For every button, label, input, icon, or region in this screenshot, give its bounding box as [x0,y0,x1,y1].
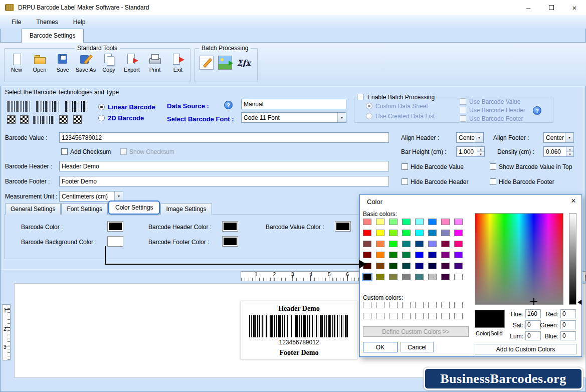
basic-color-swatch[interactable] [376,263,384,269]
basic-color-swatch[interactable] [441,219,450,225]
basic-color-swatch[interactable] [402,274,411,280]
enable-batch-processing-checkbox[interactable] [357,94,363,100]
basic-color-swatch[interactable] [428,274,437,280]
hide-barcode-header-checkbox[interactable] [402,178,408,185]
cancel-button[interactable]: Cancel [401,342,434,352]
basic-color-swatch[interactable] [454,252,463,258]
add-checksum-checkbox[interactable] [61,148,68,155]
define-custom-colors-button[interactable]: Define Custom Colors >> [363,326,469,337]
barcode-color-swatch[interactable] [108,222,123,231]
custom-color-swatch[interactable] [402,302,411,308]
density-spinner[interactable]: 0.060 ▲▼ [543,146,574,157]
basic-color-swatch[interactable] [415,219,424,225]
custom-color-swatch[interactable] [415,302,424,308]
basic-color-swatch[interactable] [363,241,371,247]
basic-color-swatch[interactable] [428,219,437,225]
align-footer-select[interactable]: Center ▼ [543,132,574,143]
custom-color-swatch[interactable] [454,302,463,308]
custom-color-swatch[interactable] [402,313,411,319]
basic-color-swatch[interactable] [402,241,411,247]
custom-color-swatch[interactable] [363,313,371,319]
basic-color-swatch[interactable] [441,241,450,247]
basic-color-swatch[interactable] [389,274,398,280]
barcode-value-color-swatch[interactable] [335,222,350,231]
close-button[interactable]: × [563,0,586,15]
basic-color-swatch[interactable] [428,263,437,269]
basic-color-swatch[interactable] [363,219,371,225]
green-field[interactable]: 0 [560,320,576,329]
measurement-unit-select[interactable]: Centimeters (cm) ▼ [59,191,123,202]
barcode-font-select[interactable]: Code 11 Font ▼ [241,112,346,123]
toolbar-export-button[interactable]: Export [120,53,143,73]
basic-color-swatch[interactable] [389,230,398,236]
barcode-value-input[interactable]: 123456789012 [59,132,389,143]
minimize-button[interactable]: – [517,0,540,15]
custom-data-sheet-radio[interactable] [366,103,372,109]
batch-fx-icon[interactable]: Σƒx [237,56,251,70]
basic-color-swatch[interactable] [454,263,463,269]
custom-color-swatch[interactable] [389,313,398,319]
basic-color-swatch[interactable] [415,252,424,258]
toolbar-open-button[interactable]: Open [28,53,51,73]
use-barcode-footer-checkbox[interactable] [460,115,466,122]
barcode-background-color-swatch[interactable] [108,237,123,246]
align-header-select[interactable]: Center ▼ [456,132,484,143]
basic-color-swatch[interactable] [441,230,450,236]
custom-color-swatch[interactable] [441,313,450,319]
basic-color-swatch[interactable] [363,274,371,280]
luminance-slider[interactable] [569,213,576,305]
menu-help[interactable]: Help [66,16,93,28]
2d-barcode-radio[interactable] [98,115,105,121]
basic-color-swatch[interactable] [454,219,463,225]
basic-color-swatch[interactable] [415,230,424,236]
data-source-input[interactable]: Manual [241,99,346,109]
batch-image-icon[interactable] [218,56,232,70]
toolbar-exit-button[interactable]: Exit [166,53,189,73]
tab-barcode-settings[interactable]: Barcode Settings [21,29,84,43]
spin-up-icon[interactable]: ▲ [566,147,573,152]
basic-color-swatch[interactable] [454,230,463,236]
basic-color-swatch[interactable] [428,241,437,247]
barcode-label-preview[interactable]: Header Demo 123456789012 Footer Demo [241,301,357,360]
tab-color-settings[interactable]: Color Settings [108,201,160,215]
use-barcode-header-checkbox[interactable] [460,107,466,113]
help-icon[interactable] [224,101,233,109]
close-icon[interactable]: × [568,197,579,206]
batch-edit-icon[interactable] [200,56,214,70]
red-field[interactable]: 0 [560,309,576,318]
basic-color-swatch[interactable] [454,241,463,247]
use-barcode-value-checkbox[interactable] [460,98,466,105]
basic-color-swatch[interactable] [376,252,384,258]
custom-color-swatch[interactable] [415,313,424,319]
basic-color-swatch[interactable] [389,263,398,269]
basic-color-swatch[interactable] [441,274,450,280]
basic-color-swatch[interactable] [376,274,384,280]
basic-color-swatch[interactable] [428,252,437,258]
hide-barcode-value-checkbox[interactable] [402,163,408,170]
custom-color-swatch[interactable] [389,302,398,308]
menu-file[interactable]: File [4,16,29,28]
basic-color-swatch[interactable] [415,241,424,247]
hue-field[interactable]: 160 [525,309,541,318]
basic-color-swatch[interactable] [389,252,398,258]
basic-color-swatch[interactable] [376,219,384,225]
basic-color-swatch[interactable] [441,263,450,269]
add-to-custom-colors-button[interactable]: Add to Custom Colors [475,344,576,354]
bar-height-spinner[interactable]: 1.000 ▲▼ [456,146,485,157]
basic-color-swatch[interactable] [363,252,371,258]
custom-color-swatch[interactable] [376,302,384,308]
use-created-data-list-radio[interactable] [366,113,372,119]
basic-color-swatch[interactable] [454,274,463,280]
help-icon[interactable] [533,106,541,115]
custom-color-swatch[interactable] [376,313,384,319]
toolbar-save-button[interactable]: Save [51,53,74,73]
basic-color-swatch[interactable] [441,252,450,258]
spin-down-icon[interactable]: ▼ [477,152,484,156]
show-checksum-checkbox[interactable] [120,148,127,155]
lum-field[interactable]: 0 [525,331,541,340]
tab-font-settings[interactable]: Font Settings [61,203,108,215]
custom-color-swatch[interactable] [363,302,371,308]
hue-saturation-picker[interactable] [475,213,563,305]
basic-color-swatch[interactable] [428,230,437,236]
basic-color-swatch[interactable] [402,252,411,258]
